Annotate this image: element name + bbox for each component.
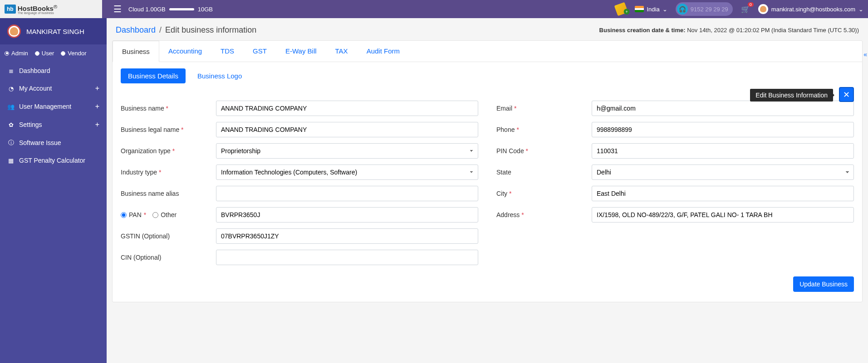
sidebar-item-dashboard[interactable]: ≣Dashboard: [0, 62, 107, 79]
chevron-down-icon: ⌄: [662, 6, 667, 13]
sidebar-user[interactable]: MANKIRAT SINGH: [0, 18, 107, 44]
headset-icon: 🎧: [677, 4, 688, 15]
dashboard-icon: ≣: [7, 68, 15, 74]
cart-icon[interactable]: 🛒0: [741, 5, 750, 14]
sidebar: MANKIRAT SINGH Admin User Vendor ≣Dashbo…: [0, 18, 107, 363]
account-icon: ◔: [7, 85, 15, 92]
support-phone[interactable]: 🎧 9152 29 29 29: [676, 2, 733, 16]
cin-input[interactable]: [216, 250, 478, 265]
country-selector[interactable]: India ⌄: [635, 6, 667, 13]
hamburger-icon[interactable]: ☰: [113, 4, 122, 15]
gear-icon: ✿: [7, 121, 15, 128]
info-icon: ⓘ: [7, 139, 15, 147]
pin-input[interactable]: [592, 143, 854, 159]
pan-radio[interactable]: PAN *: [121, 211, 146, 218]
logo-badge: hb: [5, 5, 16, 14]
expand-icon: +: [95, 121, 99, 129]
tab-business[interactable]: Business: [113, 41, 159, 62]
sidebar-item-gst-penalty[interactable]: ▦GST Penalty Calculator: [0, 152, 107, 169]
update-business-button[interactable]: Update Business: [793, 276, 854, 292]
breadcrumb: Dashboard / Edit business information: [116, 25, 256, 35]
cloud-usage: Cloud 1.00GB 10GB: [128, 6, 213, 13]
sub-tabs: Business Details Business Logo: [113, 62, 862, 86]
tab-audit[interactable]: Audit Form: [358, 41, 409, 62]
main-content: Dashboard / Edit business information Bu…: [107, 18, 868, 363]
city-input[interactable]: [592, 186, 854, 201]
creation-date: Business creation date & time: Nov 14th,…: [599, 27, 859, 34]
sidebar-item-my-account[interactable]: ◔My Account+: [0, 79, 107, 97]
address-input[interactable]: [592, 207, 854, 223]
usage-bar: [169, 8, 194, 10]
cloud-used-label: Cloud 1.00GB: [128, 6, 166, 13]
breadcrumb-root[interactable]: Dashboard: [116, 25, 156, 34]
tab-eway[interactable]: E-Way Bill: [276, 41, 326, 62]
pan-input[interactable]: [216, 207, 478, 223]
gstin-input[interactable]: [216, 228, 478, 244]
tab-gst[interactable]: GST: [244, 41, 276, 62]
role-admin[interactable]: Admin: [5, 50, 28, 57]
industry-select[interactable]: Information Technologies (Computers, Sof…: [216, 165, 478, 180]
tab-accounting[interactable]: Accounting: [159, 41, 211, 62]
role-vendor[interactable]: Vendor: [61, 50, 86, 57]
tag-add-icon[interactable]: +: [614, 2, 628, 16]
logo-area: hb HostBooks® The language of business: [0, 0, 102, 18]
tab-tax[interactable]: TAX: [326, 41, 358, 62]
users-icon: 👥: [7, 103, 15, 110]
email-input[interactable]: [592, 101, 854, 116]
expand-icon: +: [95, 102, 99, 111]
close-button[interactable]: ✕: [839, 87, 854, 102]
other-radio[interactable]: Other: [152, 211, 177, 218]
cart-count: 0: [748, 2, 754, 7]
subtab-business-logo[interactable]: Business Logo: [190, 68, 249, 83]
chevron-down-icon: ⌄: [858, 6, 863, 13]
user-menu[interactable]: mankirat.singh@hostbooks.com ⌄: [758, 4, 863, 14]
avatar-icon: [758, 4, 768, 14]
alias-input[interactable]: [216, 186, 478, 201]
collapse-panel-icon[interactable]: «: [863, 51, 867, 58]
calculator-icon: ▦: [7, 157, 15, 164]
support-number: 9152 29 29 29: [691, 6, 728, 13]
cloud-total-label: 10GB: [198, 6, 213, 13]
role-user[interactable]: User: [35, 50, 54, 57]
sidebar-item-user-management[interactable]: 👥User Management+: [0, 97, 107, 116]
expand-icon: +: [95, 84, 99, 92]
user-email: mankirat.singh@hostbooks.com: [771, 6, 855, 13]
sidebar-item-settings[interactable]: ✿Settings+: [0, 116, 107, 134]
sidebar-user-name: MANKIRAT SINGH: [26, 28, 84, 35]
tab-tds[interactable]: TDS: [211, 41, 244, 62]
state-select[interactable]: Delhi: [592, 165, 854, 180]
tooltip-edit-business: Edit Business Information: [750, 89, 833, 102]
flag-india-icon: [635, 6, 644, 12]
breadcrumb-current: Edit business information: [165, 25, 256, 34]
org-type-select[interactable]: Proprietorship: [216, 143, 478, 159]
business-name-input[interactable]: [216, 101, 478, 116]
avatar-icon: [7, 24, 21, 38]
phone-input[interactable]: [592, 122, 854, 137]
sidebar-item-software-issue[interactable]: ⓘSoftware Issue: [0, 134, 107, 152]
logo-text: HostBooks: [18, 5, 54, 12]
subtab-business-details[interactable]: Business Details: [121, 68, 186, 83]
main-tabs: Business Accounting TDS GST E-Way Bill T…: [113, 41, 862, 62]
country-label: India: [647, 6, 659, 13]
role-selector: Admin User Vendor: [0, 44, 107, 62]
legal-name-input[interactable]: [216, 122, 478, 137]
